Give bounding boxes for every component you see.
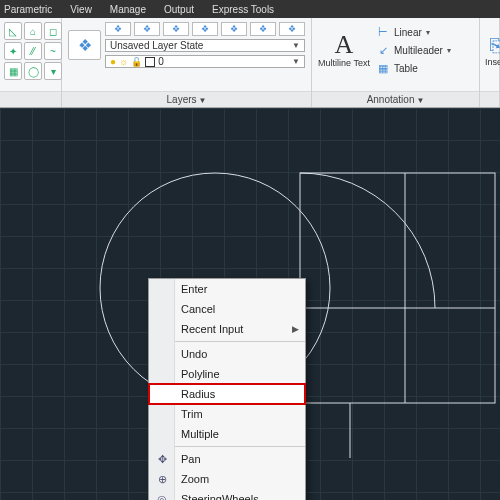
- layer-tool-icon[interactable]: ❖: [163, 22, 189, 36]
- ribbon: ◺ ⌂ ◻ ✦ ⁄⁄ ~ ▦ ◯ ▾ ❖ ❖ ❖ ❖ ❖ ❖: [0, 18, 500, 108]
- menu-output[interactable]: Output: [164, 4, 194, 15]
- ribbon-group-insert: ⎘ Insert ⊡ ⊞: [480, 18, 500, 107]
- insert-button[interactable]: ⎘ Insert: [484, 22, 500, 78]
- ctx-separator: [175, 341, 305, 342]
- group-label-blank: [480, 91, 499, 107]
- tool-icon[interactable]: ⌂: [24, 22, 42, 40]
- tool-icon[interactable]: ◯: [24, 62, 42, 80]
- ctx-zoom[interactable]: ⊕Zoom: [149, 469, 305, 489]
- sun-icon: ☼: [119, 56, 128, 67]
- menu-parametric[interactable]: Parametric: [4, 4, 52, 15]
- ctx-steeringwheels[interactable]: ◎SteeringWheels: [149, 489, 305, 500]
- text-icon: A: [335, 32, 354, 58]
- chevron-down-icon: ▾: [426, 28, 430, 37]
- tool-icon[interactable]: ⁄⁄: [24, 42, 42, 60]
- insert-label: Insert: [485, 57, 500, 67]
- submenu-arrow-icon: ▶: [292, 324, 299, 334]
- ribbon-group-annotation: A Multiline Text ⊢ Linear ▾ ↙ Multileade…: [312, 18, 480, 107]
- linear-dimension-button[interactable]: ⊢ Linear ▾: [376, 24, 451, 40]
- ctx-enter[interactable]: Enter: [149, 279, 305, 299]
- group-label-annotation[interactable]: Annotation▼: [312, 91, 479, 107]
- context-menu: Enter Cancel Recent Input▶ Undo Polyline…: [148, 278, 306, 500]
- insert-icon: ⎘: [490, 34, 500, 57]
- tool-icon[interactable]: ▾: [44, 62, 62, 80]
- ctx-polyline[interactable]: Polyline: [149, 364, 305, 384]
- layer-tool-icon[interactable]: ❖: [134, 22, 160, 36]
- multileader-icon: ↙: [376, 44, 390, 57]
- svg-rect-0: [300, 173, 495, 403]
- color-swatch: [145, 57, 155, 67]
- steering-icon: ◎: [154, 493, 170, 501]
- menu-express-tools[interactable]: Express Tools: [212, 4, 274, 15]
- ribbon-group-layers: ❖ ❖ ❖ ❖ ❖ ❖ ❖ ❖ Unsaved Layer State ▼: [62, 18, 312, 107]
- chevron-down-icon: ▼: [292, 41, 300, 50]
- ctx-multiple[interactable]: Multiple: [149, 424, 305, 444]
- bulb-icon: ●: [110, 56, 116, 67]
- tool-icon[interactable]: ✦: [4, 42, 22, 60]
- layer-state-dropdown[interactable]: Unsaved Layer State ▼: [105, 39, 305, 52]
- menubar: Parametric View Manage Output Express To…: [0, 0, 500, 18]
- table-icon: ▦: [376, 62, 390, 75]
- tool-icon[interactable]: ▦: [4, 62, 22, 80]
- layer-tool-icon[interactable]: ❖: [250, 22, 276, 36]
- ctx-pan[interactable]: ✥Pan: [149, 449, 305, 469]
- tool-icon[interactable]: ◺: [4, 22, 22, 40]
- ctx-separator: [175, 446, 305, 447]
- ctx-radius[interactable]: Radius: [149, 384, 305, 404]
- tool-icon[interactable]: ~: [44, 42, 62, 60]
- layer-tool-icon[interactable]: ❖: [105, 22, 131, 36]
- ctx-cancel[interactable]: Cancel: [149, 299, 305, 319]
- ribbon-group-modify: ◺ ⌂ ◻ ✦ ⁄⁄ ~ ▦ ◯ ▾: [0, 18, 62, 107]
- pan-icon: ✥: [154, 453, 170, 466]
- layer-properties-icon[interactable]: ❖: [68, 30, 101, 60]
- linear-icon: ⊢: [376, 26, 390, 39]
- lock-icon: 🔓: [131, 57, 142, 67]
- menu-view[interactable]: View: [70, 4, 92, 15]
- layer-tool-icon[interactable]: ❖: [221, 22, 247, 36]
- ctx-trim[interactable]: Trim: [149, 404, 305, 424]
- drawing-canvas[interactable]: Enter Cancel Recent Input▶ Undo Polyline…: [0, 108, 500, 500]
- group-label: [0, 91, 61, 107]
- zoom-icon: ⊕: [154, 473, 170, 486]
- menu-manage[interactable]: Manage: [110, 4, 146, 15]
- multiline-text-label: Multiline Text: [318, 58, 370, 68]
- ctx-undo[interactable]: Undo: [149, 344, 305, 364]
- ctx-recent-input[interactable]: Recent Input▶: [149, 319, 305, 339]
- layer-tool-icon[interactable]: ❖: [192, 22, 218, 36]
- layer-state-text: Unsaved Layer State: [110, 40, 203, 51]
- current-layer-dropdown[interactable]: ● ☼ 🔓 0 ▼: [105, 55, 305, 68]
- multiline-text-button[interactable]: A Multiline Text: [316, 22, 372, 78]
- multileader-button[interactable]: ↙ Multileader ▾: [376, 42, 451, 58]
- chevron-down-icon: ▾: [447, 46, 451, 55]
- chevron-down-icon: ▼: [292, 57, 300, 66]
- group-label-layers[interactable]: Layers▼: [62, 91, 311, 107]
- current-layer-name: 0: [158, 56, 164, 67]
- layer-tool-icon[interactable]: ❖: [279, 22, 305, 36]
- table-button[interactable]: ▦ Table: [376, 60, 451, 76]
- tool-icon[interactable]: ◻: [44, 22, 62, 40]
